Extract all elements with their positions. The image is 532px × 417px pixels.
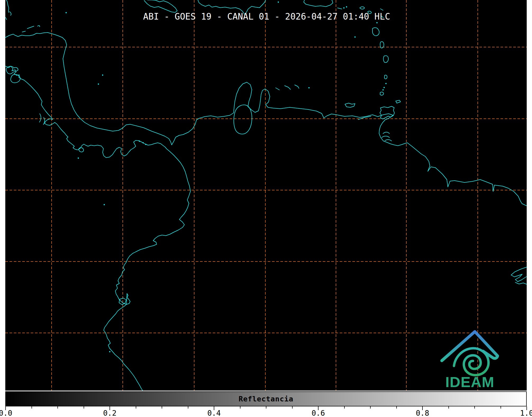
colorbar-tick-label: 0.4 <box>207 410 221 417</box>
colorbar-tick-label: 0.2 <box>103 410 117 417</box>
colorbar-minor-tick <box>448 406 449 409</box>
colorbar: Reflectancia <box>5 391 527 406</box>
island-dot <box>343 7 345 9</box>
island-dot <box>346 6 347 8</box>
logo-wordmark: IDEAM <box>445 374 494 390</box>
colorbar-minor-tick <box>84 406 84 409</box>
figure-canvas: ABI - GOES 19 - CANAL 01 - 2026-04-27 01… <box>0 0 532 417</box>
colorbar-tick-label: 0.0 <box>0 410 12 417</box>
colorbar-minor-tick <box>266 406 266 409</box>
logo-spiral-icon <box>454 348 489 375</box>
colorbar-minor-tick <box>344 406 345 409</box>
colorbar-minor-tick <box>501 406 501 409</box>
island-dot <box>98 84 99 85</box>
island-dot <box>109 351 111 352</box>
island-dot <box>78 158 79 159</box>
island-dot <box>278 2 279 3</box>
colorbar-minor-tick <box>240 406 240 409</box>
colorbar-minor-tick <box>474 406 475 409</box>
island-dot <box>143 142 144 144</box>
island-dot <box>383 89 384 91</box>
island-dot <box>139 141 140 142</box>
island-dot <box>308 87 310 89</box>
island-dot <box>66 12 67 13</box>
colorbar-label: Reflectancia <box>239 395 293 403</box>
colorbar-minor-tick <box>162 406 162 409</box>
island-dot <box>385 83 387 84</box>
island-dot <box>145 144 147 145</box>
colorbar-minor-tick <box>136 406 136 409</box>
colorbar-tick-label: 1.0 <box>520 410 532 417</box>
colorbar-minor-tick <box>370 406 371 409</box>
island-dot <box>384 87 385 88</box>
colorbar-minor-tick <box>292 406 293 409</box>
island-dot <box>102 75 103 76</box>
island-dot <box>376 22 378 24</box>
colorbar-tick-label: 0.8 <box>416 410 429 417</box>
map-title: ABI - GOES 19 - CANAL 01 - 2026-04-27 01… <box>143 11 390 22</box>
island-dot <box>354 36 356 38</box>
colorbar-minor-tick <box>396 406 397 409</box>
colorbar-minor-tick <box>57 406 58 409</box>
island-dot <box>104 204 105 205</box>
ideam-logo: IDEAM <box>436 328 500 390</box>
colorbar-minor-tick <box>31 406 32 409</box>
colorbar-tick-label: 0.6 <box>312 410 325 417</box>
colorbar-minor-tick <box>188 406 188 409</box>
